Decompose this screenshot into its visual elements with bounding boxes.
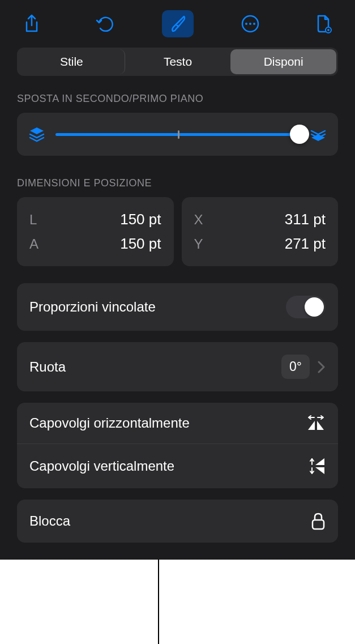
document-button[interactable] [307,10,339,37]
y-value: 271 pt [285,235,326,253]
lock-row[interactable]: Blocca [17,500,338,543]
width-value: 150 pt [120,211,161,228]
lock-label: Blocca [29,513,70,529]
format-tabs: Stile Testo Disponi [17,48,338,76]
layer-slider[interactable] [55,133,300,136]
chevron-right-icon [318,360,326,374]
share-button[interactable] [16,10,48,37]
tab-arrange[interactable]: Disponi [230,49,336,74]
constrain-label: Proporzioni vincolate [29,299,156,315]
flip-v-label: Capovolgi verticalmente [29,458,174,474]
paintbrush-icon [168,14,187,33]
bring-front-icon [310,126,327,142]
y-label: Y [194,236,203,252]
document-icon [315,14,332,33]
height-value: 150 pt [120,235,161,253]
layer-section-label: SPOSTA IN SECONDO/PRIMO PIANO [17,93,338,105]
toggle-knob [305,297,324,317]
tab-text[interactable]: Testo [125,49,231,74]
flip-vertical-row[interactable]: Capovolgi verticalmente [17,443,338,488]
callout-line [158,560,159,644]
flip-h-label: Capovolgi orizzontalmente [29,415,190,431]
rotate-label: Ruota [29,359,66,375]
width-label: L [29,212,37,228]
height-label: A [29,236,39,252]
slider-thumb[interactable] [290,125,309,144]
slider-tick [178,130,179,139]
flip-vertical-icon [310,457,326,476]
format-button[interactable] [162,10,194,37]
size-card[interactable]: L 150 pt A 150 pt [17,197,174,266]
sizepos-section-label: DIMENSIONI E POSIZIONE [17,177,338,189]
undo-button[interactable] [89,10,121,37]
send-back-icon [28,126,45,142]
flip-horizontal-row[interactable]: Capovolgi orizzontalmente [17,403,338,443]
share-icon [24,14,40,33]
svg-point-6 [327,29,330,31]
constrain-toggle[interactable] [286,296,326,318]
rotate-row[interactable]: Ruota 0° [17,342,338,391]
lock-icon [311,512,326,530]
more-button[interactable] [234,10,266,37]
x-value: 311 pt [285,211,326,228]
svg-rect-7 [313,520,324,529]
tab-style[interactable]: Stile [19,49,125,74]
layer-slider-card [17,113,338,156]
ellipsis-circle-icon [241,14,260,33]
x-label: X [194,212,203,228]
position-card[interactable]: X 311 pt Y 271 pt [182,197,339,266]
rotate-value: 0° [281,355,310,379]
svg-point-1 [245,23,247,25]
undo-icon [96,15,114,33]
flip-horizontal-icon [306,415,326,431]
svg-point-3 [253,23,255,25]
constrain-row[interactable]: Proporzioni vincolate [17,283,338,331]
svg-point-2 [249,23,251,25]
